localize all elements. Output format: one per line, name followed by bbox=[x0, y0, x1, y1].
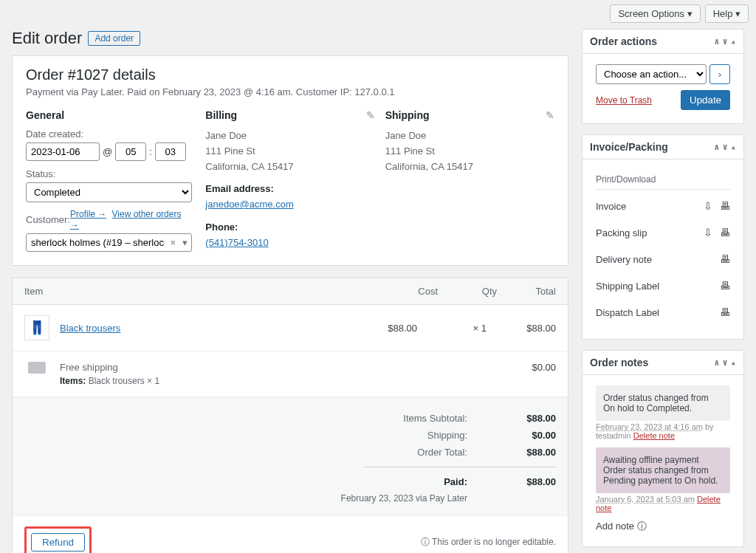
pd-invoice: Invoice⇩🖶 bbox=[596, 193, 730, 219]
update-button[interactable]: Update bbox=[681, 90, 730, 110]
billing-phone-link[interactable]: (541)754-3010 bbox=[205, 237, 268, 248]
order-title: Order #1027 details bbox=[26, 66, 554, 83]
order-notes-heading: Order notes bbox=[590, 357, 648, 368]
shipping-row: Free shipping Items: Black trousers × 1 … bbox=[13, 351, 568, 397]
billing-phone-label: Phone: bbox=[205, 220, 374, 236]
general-heading: General bbox=[26, 109, 195, 121]
toggle-panel-icon[interactable]: ▴ bbox=[731, 142, 736, 152]
minute-input[interactable] bbox=[155, 142, 186, 161]
order-actions-heading: Order actions bbox=[590, 35, 657, 47]
billing-heading: Billing bbox=[205, 109, 374, 121]
billing-name: Jane Doe bbox=[205, 130, 247, 141]
billing-email-label: Email address: bbox=[205, 182, 374, 197]
status-select[interactable]: Completed bbox=[26, 182, 192, 202]
page-title: Edit order Add order bbox=[12, 29, 568, 48]
move-down-icon[interactable]: ∨ bbox=[723, 36, 728, 47]
shipping-line2: California, CA 15417 bbox=[385, 161, 473, 172]
help-button[interactable]: Help ▾ bbox=[705, 4, 749, 23]
billing-line2: California, CA 15417 bbox=[205, 161, 293, 172]
product-thumb: 👖 bbox=[24, 315, 49, 340]
refund-highlight: Refund bbox=[24, 526, 92, 553]
order-note: Order status changed from On hold to Com… bbox=[596, 385, 730, 421]
clear-customer-icon[interactable]: × bbox=[170, 237, 176, 248]
move-down-icon[interactable]: ∨ bbox=[723, 357, 728, 368]
chevron-down-icon[interactable]: ▾ bbox=[182, 237, 188, 248]
move-up-icon[interactable]: ∧ bbox=[714, 142, 719, 152]
customer-select[interactable] bbox=[26, 233, 192, 252]
refund-button[interactable]: Refund bbox=[31, 533, 85, 552]
order-action-select[interactable]: Choose an action... bbox=[596, 64, 707, 84]
download-icon[interactable]: ⇩ bbox=[704, 227, 712, 238]
toggle-panel-icon[interactable]: ▴ bbox=[731, 36, 736, 47]
print-icon[interactable]: 🖶 bbox=[720, 306, 730, 318]
customer-label: Customer: bbox=[26, 214, 70, 225]
move-down-icon[interactable]: ∨ bbox=[723, 142, 728, 152]
print-icon[interactable]: 🖶 bbox=[720, 280, 730, 292]
edit-shipping-icon[interactable]: ✎ bbox=[546, 109, 554, 121]
billing-line1: 111 Pine St bbox=[205, 145, 255, 157]
print-download-label: Print/Download bbox=[596, 170, 730, 190]
line-item-row: 👖 Black trousers $88.00 × 1 $88.00 bbox=[13, 305, 568, 351]
order-note: Awaiting offline payment Order status ch… bbox=[596, 447, 730, 493]
add-note-label: Add note ⓘ bbox=[596, 520, 730, 533]
order-locked-note: This order is no longer editable. bbox=[421, 536, 556, 549]
shipping-heading: Shipping bbox=[385, 109, 554, 121]
move-to-trash-link[interactable]: Move to Trash bbox=[596, 95, 652, 106]
screen-options-button[interactable]: Screen Options ▾ bbox=[610, 4, 700, 23]
run-action-button[interactable]: › bbox=[709, 64, 730, 84]
pd-delivery-note: Delivery note🖶 bbox=[596, 246, 730, 272]
product-link[interactable]: Black trousers bbox=[60, 323, 120, 334]
shipping-line1: 111 Pine St bbox=[385, 145, 435, 157]
pd-shipping-label: Shipping Label🖶 bbox=[596, 272, 730, 299]
move-up-icon[interactable]: ∧ bbox=[714, 357, 719, 368]
date-input[interactable] bbox=[26, 142, 100, 161]
shipping-name: Jane Doe bbox=[385, 130, 427, 141]
pd-dispatch-label: Dispatch Label🖶 bbox=[596, 299, 730, 326]
print-icon[interactable]: 🖶 bbox=[720, 200, 730, 212]
paid-via: February 23, 2023 via Pay Later bbox=[24, 490, 556, 504]
hour-input[interactable] bbox=[115, 142, 146, 161]
delete-note-link[interactable]: Delete note bbox=[633, 431, 675, 440]
order-subtitle: Payment via Pay Later. Paid on February … bbox=[26, 86, 554, 97]
add-order-button[interactable]: Add order bbox=[88, 31, 140, 46]
billing-email-link[interactable]: janedoe@acme.com bbox=[205, 199, 293, 210]
move-up-icon[interactable]: ∧ bbox=[714, 36, 719, 47]
status-label: Status: bbox=[26, 168, 195, 179]
truck-icon bbox=[28, 362, 46, 374]
date-label: Date created: bbox=[26, 128, 195, 140]
profile-link[interactable]: Profile → bbox=[70, 209, 106, 219]
invoice-packing-heading: Invoice/Packing bbox=[590, 141, 668, 153]
items-header: Item Cost Qty Total bbox=[13, 278, 568, 305]
toggle-panel-icon[interactable]: ▴ bbox=[731, 357, 736, 368]
print-icon[interactable]: 🖶 bbox=[720, 253, 730, 265]
pd-packing-slip: Packing slip⇩🖶 bbox=[596, 219, 730, 246]
help-icon[interactable]: ⓘ bbox=[637, 521, 647, 532]
print-icon[interactable]: 🖶 bbox=[720, 227, 730, 238]
download-icon[interactable]: ⇩ bbox=[704, 200, 712, 212]
edit-billing-icon[interactable]: ✎ bbox=[366, 109, 375, 121]
